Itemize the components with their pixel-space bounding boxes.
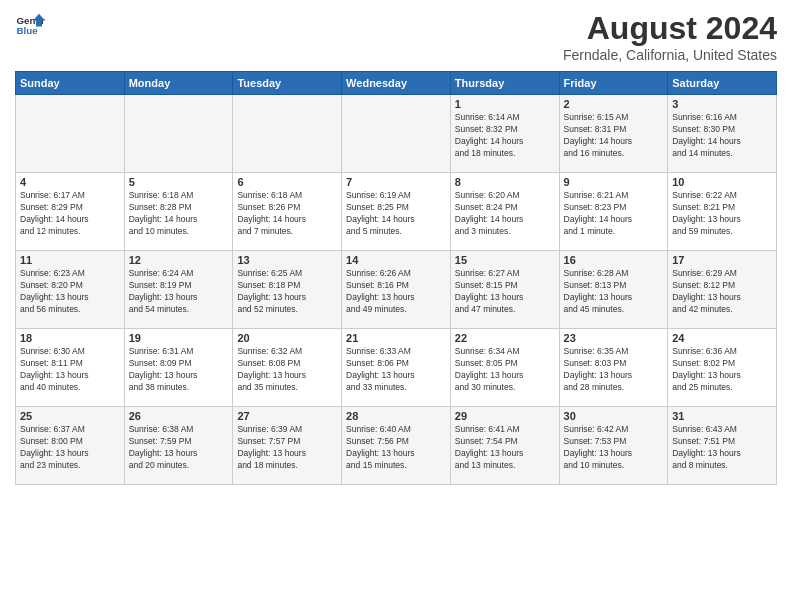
day-info: Sunrise: 6:20 AM Sunset: 8:24 PM Dayligh… — [455, 190, 555, 238]
day-number: 18 — [20, 332, 120, 344]
day-number: 3 — [672, 98, 772, 110]
day-number: 5 — [129, 176, 229, 188]
day-info: Sunrise: 6:33 AM Sunset: 8:06 PM Dayligh… — [346, 346, 446, 394]
day-info: Sunrise: 6:40 AM Sunset: 7:56 PM Dayligh… — [346, 424, 446, 472]
calendar-cell: 17Sunrise: 6:29 AM Sunset: 8:12 PM Dayli… — [668, 251, 777, 329]
day-number: 22 — [455, 332, 555, 344]
day-info: Sunrise: 6:29 AM Sunset: 8:12 PM Dayligh… — [672, 268, 772, 316]
title-block: August 2024 Ferndale, California, United… — [563, 10, 777, 63]
calendar-cell: 30Sunrise: 6:42 AM Sunset: 7:53 PM Dayli… — [559, 407, 668, 485]
calendar-cell: 27Sunrise: 6:39 AM Sunset: 7:57 PM Dayli… — [233, 407, 342, 485]
day-info: Sunrise: 6:39 AM Sunset: 7:57 PM Dayligh… — [237, 424, 337, 472]
day-info: Sunrise: 6:34 AM Sunset: 8:05 PM Dayligh… — [455, 346, 555, 394]
calendar-cell: 13Sunrise: 6:25 AM Sunset: 8:18 PM Dayli… — [233, 251, 342, 329]
calendar-cell: 2Sunrise: 6:15 AM Sunset: 8:31 PM Daylig… — [559, 95, 668, 173]
calendar-cell: 7Sunrise: 6:19 AM Sunset: 8:25 PM Daylig… — [342, 173, 451, 251]
calendar-cell: 21Sunrise: 6:33 AM Sunset: 8:06 PM Dayli… — [342, 329, 451, 407]
day-info: Sunrise: 6:28 AM Sunset: 8:13 PM Dayligh… — [564, 268, 664, 316]
day-info: Sunrise: 6:25 AM Sunset: 8:18 PM Dayligh… — [237, 268, 337, 316]
calendar-cell: 23Sunrise: 6:35 AM Sunset: 8:03 PM Dayli… — [559, 329, 668, 407]
calendar-cell: 16Sunrise: 6:28 AM Sunset: 8:13 PM Dayli… — [559, 251, 668, 329]
calendar-cell: 31Sunrise: 6:43 AM Sunset: 7:51 PM Dayli… — [668, 407, 777, 485]
day-number: 24 — [672, 332, 772, 344]
calendar-cell — [342, 95, 451, 173]
main-title: August 2024 — [563, 10, 777, 47]
calendar-cell: 8Sunrise: 6:20 AM Sunset: 8:24 PM Daylig… — [450, 173, 559, 251]
day-info: Sunrise: 6:31 AM Sunset: 8:09 PM Dayligh… — [129, 346, 229, 394]
logo: General Blue — [15, 10, 45, 40]
subtitle: Ferndale, California, United States — [563, 47, 777, 63]
day-of-week-header: Sunday — [16, 72, 125, 95]
day-info: Sunrise: 6:19 AM Sunset: 8:25 PM Dayligh… — [346, 190, 446, 238]
calendar-week-row: 1Sunrise: 6:14 AM Sunset: 8:32 PM Daylig… — [16, 95, 777, 173]
day-number: 1 — [455, 98, 555, 110]
calendar-cell: 10Sunrise: 6:22 AM Sunset: 8:21 PM Dayli… — [668, 173, 777, 251]
calendar-cell: 15Sunrise: 6:27 AM Sunset: 8:15 PM Dayli… — [450, 251, 559, 329]
day-number: 20 — [237, 332, 337, 344]
day-number: 2 — [564, 98, 664, 110]
calendar-cell: 18Sunrise: 6:30 AM Sunset: 8:11 PM Dayli… — [16, 329, 125, 407]
day-number: 17 — [672, 254, 772, 266]
calendar-cell: 28Sunrise: 6:40 AM Sunset: 7:56 PM Dayli… — [342, 407, 451, 485]
day-number: 10 — [672, 176, 772, 188]
day-number: 30 — [564, 410, 664, 422]
day-number: 21 — [346, 332, 446, 344]
header-row: SundayMondayTuesdayWednesdayThursdayFrid… — [16, 72, 777, 95]
calendar-cell — [124, 95, 233, 173]
day-info: Sunrise: 6:17 AM Sunset: 8:29 PM Dayligh… — [20, 190, 120, 238]
day-number: 6 — [237, 176, 337, 188]
calendar-week-row: 25Sunrise: 6:37 AM Sunset: 8:00 PM Dayli… — [16, 407, 777, 485]
calendar-cell: 26Sunrise: 6:38 AM Sunset: 7:59 PM Dayli… — [124, 407, 233, 485]
day-number: 19 — [129, 332, 229, 344]
day-number: 8 — [455, 176, 555, 188]
day-of-week-header: Tuesday — [233, 72, 342, 95]
calendar-cell: 20Sunrise: 6:32 AM Sunset: 8:08 PM Dayli… — [233, 329, 342, 407]
day-number: 12 — [129, 254, 229, 266]
day-info: Sunrise: 6:43 AM Sunset: 7:51 PM Dayligh… — [672, 424, 772, 472]
calendar-cell: 12Sunrise: 6:24 AM Sunset: 8:19 PM Dayli… — [124, 251, 233, 329]
header: General Blue August 2024 Ferndale, Calif… — [15, 10, 777, 63]
calendar-table: SundayMondayTuesdayWednesdayThursdayFrid… — [15, 71, 777, 485]
day-info: Sunrise: 6:30 AM Sunset: 8:11 PM Dayligh… — [20, 346, 120, 394]
day-info: Sunrise: 6:35 AM Sunset: 8:03 PM Dayligh… — [564, 346, 664, 394]
calendar-cell: 29Sunrise: 6:41 AM Sunset: 7:54 PM Dayli… — [450, 407, 559, 485]
logo-icon: General Blue — [15, 10, 45, 40]
day-info: Sunrise: 6:23 AM Sunset: 8:20 PM Dayligh… — [20, 268, 120, 316]
day-info: Sunrise: 6:15 AM Sunset: 8:31 PM Dayligh… — [564, 112, 664, 160]
day-number: 26 — [129, 410, 229, 422]
day-info: Sunrise: 6:14 AM Sunset: 8:32 PM Dayligh… — [455, 112, 555, 160]
calendar-cell: 6Sunrise: 6:18 AM Sunset: 8:26 PM Daylig… — [233, 173, 342, 251]
day-number: 14 — [346, 254, 446, 266]
day-number: 7 — [346, 176, 446, 188]
calendar-cell: 25Sunrise: 6:37 AM Sunset: 8:00 PM Dayli… — [16, 407, 125, 485]
day-info: Sunrise: 6:22 AM Sunset: 8:21 PM Dayligh… — [672, 190, 772, 238]
day-info: Sunrise: 6:41 AM Sunset: 7:54 PM Dayligh… — [455, 424, 555, 472]
calendar-cell: 22Sunrise: 6:34 AM Sunset: 8:05 PM Dayli… — [450, 329, 559, 407]
calendar-cell: 5Sunrise: 6:18 AM Sunset: 8:28 PM Daylig… — [124, 173, 233, 251]
calendar-week-row: 11Sunrise: 6:23 AM Sunset: 8:20 PM Dayli… — [16, 251, 777, 329]
day-info: Sunrise: 6:21 AM Sunset: 8:23 PM Dayligh… — [564, 190, 664, 238]
day-number: 29 — [455, 410, 555, 422]
calendar-cell: 14Sunrise: 6:26 AM Sunset: 8:16 PM Dayli… — [342, 251, 451, 329]
calendar-week-row: 4Sunrise: 6:17 AM Sunset: 8:29 PM Daylig… — [16, 173, 777, 251]
day-info: Sunrise: 6:18 AM Sunset: 8:26 PM Dayligh… — [237, 190, 337, 238]
svg-text:Blue: Blue — [17, 25, 39, 36]
day-number: 4 — [20, 176, 120, 188]
day-info: Sunrise: 6:24 AM Sunset: 8:19 PM Dayligh… — [129, 268, 229, 316]
day-number: 11 — [20, 254, 120, 266]
day-info: Sunrise: 6:26 AM Sunset: 8:16 PM Dayligh… — [346, 268, 446, 316]
day-number: 9 — [564, 176, 664, 188]
day-info: Sunrise: 6:37 AM Sunset: 8:00 PM Dayligh… — [20, 424, 120, 472]
day-of-week-header: Monday — [124, 72, 233, 95]
day-number: 25 — [20, 410, 120, 422]
day-info: Sunrise: 6:18 AM Sunset: 8:28 PM Dayligh… — [129, 190, 229, 238]
day-of-week-header: Saturday — [668, 72, 777, 95]
day-number: 27 — [237, 410, 337, 422]
calendar-cell: 24Sunrise: 6:36 AM Sunset: 8:02 PM Dayli… — [668, 329, 777, 407]
calendar-cell: 4Sunrise: 6:17 AM Sunset: 8:29 PM Daylig… — [16, 173, 125, 251]
day-number: 28 — [346, 410, 446, 422]
page-container: General Blue August 2024 Ferndale, Calif… — [0, 0, 792, 490]
calendar-cell: 3Sunrise: 6:16 AM Sunset: 8:30 PM Daylig… — [668, 95, 777, 173]
day-number: 31 — [672, 410, 772, 422]
calendar-cell — [233, 95, 342, 173]
